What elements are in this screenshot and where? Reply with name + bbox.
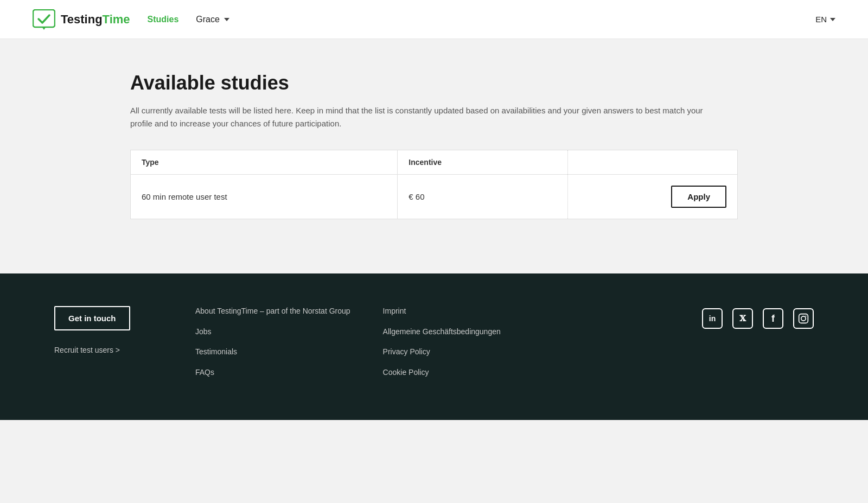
page-title: Available studies xyxy=(130,72,738,94)
footer-legal-col: ImprintAllgemeine GeschäftsbedingungenPr… xyxy=(383,306,513,387)
apply-button[interactable]: Apply xyxy=(671,186,726,208)
main-content: Available studies All currently availabl… xyxy=(119,39,749,273)
recruit-link[interactable]: Recruit test users > xyxy=(54,346,163,354)
page-subtitle: All currently available tests will be li… xyxy=(130,104,727,130)
footer-links-col: About TestingTime – part of the Norstat … xyxy=(195,306,350,387)
footer-link[interactable]: About TestingTime – part of the Norstat … xyxy=(195,306,350,317)
header-left: TestingTime Studies Grace xyxy=(33,9,229,30)
col-type-header: Type xyxy=(131,150,398,175)
logo-link[interactable]: TestingTime xyxy=(33,9,130,30)
get-in-touch-button[interactable]: Get in touch xyxy=(54,306,130,330)
studies-tbody: 60 min remote user test€ 60Apply xyxy=(131,175,738,219)
instagram-icon[interactable] xyxy=(793,308,814,329)
svg-marker-1 xyxy=(42,27,46,30)
nav-user[interactable]: Grace xyxy=(196,15,229,24)
linkedin-icon[interactable]: in xyxy=(702,308,723,329)
footer-link[interactable]: FAQs xyxy=(195,367,350,378)
table-row: 60 min remote user test€ 60Apply xyxy=(131,175,738,219)
study-incentive: € 60 xyxy=(398,175,567,219)
lang-chevron xyxy=(830,18,835,21)
footer-inner: Get in touch Recruit test users > About … xyxy=(54,306,814,387)
user-name: Grace xyxy=(196,15,220,24)
x-twitter-icon[interactable]: 𝕏 xyxy=(732,308,753,329)
col-incentive-header: Incentive xyxy=(398,150,567,175)
svg-rect-0 xyxy=(33,10,55,27)
svg-rect-2 xyxy=(799,314,808,323)
header: TestingTime Studies Grace EN xyxy=(0,0,868,39)
footer-link[interactable]: Testimonials xyxy=(195,347,350,358)
footer-social-col: in𝕏f xyxy=(702,306,814,329)
footer-legal-link[interactable]: Privacy Policy xyxy=(383,347,513,358)
table-header: Type Incentive xyxy=(131,150,738,175)
study-action-cell: Apply xyxy=(567,175,737,219)
svg-point-4 xyxy=(806,315,807,316)
footer-cta-col: Get in touch Recruit test users > xyxy=(54,306,163,354)
nav-studies[interactable]: Studies xyxy=(148,15,179,24)
logo-icon xyxy=(33,9,55,30)
footer-legal-link[interactable]: Imprint xyxy=(383,306,513,317)
study-type: 60 min remote user test xyxy=(131,175,398,219)
col-action-header xyxy=(567,150,737,175)
header-right: EN xyxy=(815,15,835,24)
footer: Get in touch Recruit test users > About … xyxy=(0,273,868,420)
logo-text: TestingTime xyxy=(61,12,130,27)
footer-legal-link[interactable]: Allgemeine Geschäftsbedingungen xyxy=(383,327,513,338)
svg-point-3 xyxy=(801,316,806,321)
studies-table: Type Incentive 60 min remote user test€ … xyxy=(130,150,738,219)
facebook-icon[interactable]: f xyxy=(763,308,783,329)
footer-link[interactable]: Jobs xyxy=(195,327,350,338)
user-menu-chevron xyxy=(224,18,229,21)
lang-label: EN xyxy=(815,15,827,24)
lang-selector[interactable]: EN xyxy=(815,15,835,24)
footer-legal-link[interactable]: Cookie Policy xyxy=(383,367,513,378)
